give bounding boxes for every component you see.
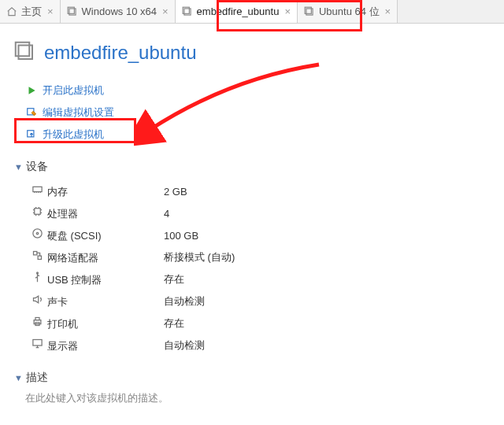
- caret-down-icon: ▼: [14, 373, 23, 382]
- svg-point-12: [32, 229, 41, 238]
- close-icon[interactable]: ×: [46, 6, 55, 17]
- devices-section: ▼ 设备 内存 2 GB 处理器 4 硬盘 (SCSI) 100 GB 网络适配…: [14, 160, 501, 357]
- svg-rect-14: [33, 252, 36, 255]
- vm-actions: 开启此虚拟机 编辑虚拟机设置 升级此虚拟机: [24, 79, 504, 146]
- close-icon[interactable]: ×: [161, 6, 170, 17]
- device-value: 存在: [159, 268, 239, 290]
- vm-icon: [304, 6, 315, 17]
- table-row[interactable]: USB 控制器 存在: [25, 268, 239, 290]
- upgrade-action[interactable]: 升级此虚拟机: [24, 124, 504, 146]
- devices-header[interactable]: ▼ 设备: [14, 160, 501, 174]
- svg-rect-20: [32, 340, 41, 346]
- cpu-icon: [30, 205, 44, 217]
- tab-ubuntu64[interactable]: Ubuntu 64 位 ×: [298, 0, 398, 23]
- svg-rect-11: [34, 209, 40, 215]
- device-value: 自动检测: [159, 334, 239, 357]
- device-label: 网络适配器: [47, 252, 98, 264]
- memory-icon: [30, 183, 44, 195]
- table-row[interactable]: 网络适配器 桥接模式 (自动): [25, 246, 239, 268]
- action-label: 开启此虚拟机: [43, 83, 104, 98]
- svg-rect-10: [32, 187, 41, 191]
- disk-icon: [30, 227, 44, 239]
- network-icon: [30, 249, 44, 261]
- section-title: 描述: [26, 371, 48, 385]
- svg-rect-15: [38, 256, 41, 259]
- tab-home[interactable]: 主页 ×: [0, 0, 61, 23]
- device-label: 显示器: [47, 340, 78, 352]
- device-label: 处理器: [47, 208, 78, 220]
- usb-icon: [30, 272, 44, 283]
- tab-embedfire-ubuntu[interactable]: embedfire_ubuntu ×: [176, 0, 298, 23]
- device-value: 自动检测: [159, 290, 239, 312]
- page-title: embedfire_ubuntu: [44, 42, 196, 64]
- vm-icon: [182, 6, 193, 17]
- edit-settings-action[interactable]: 编辑虚拟机设置: [24, 102, 504, 124]
- device-label: 内存: [47, 186, 68, 198]
- upgrade-icon: [25, 129, 38, 140]
- close-icon[interactable]: ×: [283, 6, 292, 17]
- tab-label: Windows 10 x64: [82, 6, 157, 17]
- tab-label: embedfire_ubuntu: [197, 6, 280, 17]
- svg-rect-18: [35, 318, 39, 320]
- device-value: 桥接模式 (自动): [159, 246, 239, 268]
- table-row[interactable]: 打印机 存在: [25, 312, 239, 334]
- devices-table: 内存 2 GB 处理器 4 硬盘 (SCSI) 100 GB 网络适配器 桥接模…: [25, 180, 239, 357]
- svg-rect-7: [16, 42, 30, 57]
- edit-icon: [25, 107, 38, 118]
- tab-bar: 主页 × Windows 10 x64 × embedfire_ubuntu ×…: [0, 0, 504, 24]
- svg-rect-6: [19, 46, 33, 60]
- device-label: 打印机: [47, 318, 78, 330]
- description-section: ▼ 描述 在此处键入对该虚拟机的描述。: [14, 371, 501, 405]
- device-value: 2 GB: [159, 180, 239, 202]
- device-label: 声卡: [47, 296, 68, 308]
- display-icon: [30, 338, 44, 349]
- section-title: 设备: [26, 160, 48, 174]
- table-row[interactable]: 显示器 自动检测: [25, 334, 239, 357]
- close-icon[interactable]: ×: [384, 6, 393, 17]
- play-icon: [25, 85, 38, 96]
- table-row[interactable]: 声卡 自动检测: [25, 290, 239, 312]
- device-label: 硬盘 (SCSI): [47, 230, 102, 242]
- table-row[interactable]: 处理器 4: [25, 202, 239, 224]
- vm-large-icon: [13, 39, 36, 65]
- description-placeholder[interactable]: 在此处键入对该虚拟机的描述。: [25, 391, 501, 405]
- action-label: 编辑虚拟机设置: [43, 105, 114, 120]
- device-value: 4: [159, 202, 239, 224]
- sound-icon: [30, 294, 44, 305]
- title-row: embedfire_ubuntu: [13, 39, 504, 65]
- power-on-action[interactable]: 开启此虚拟机: [24, 79, 504, 102]
- vm-icon: [67, 6, 78, 17]
- device-value: 存在: [159, 312, 239, 334]
- device-label: USB 控制器: [47, 274, 102, 286]
- printer-icon: [30, 316, 44, 327]
- caret-down-icon: ▼: [14, 162, 23, 172]
- vm-summary-page: embedfire_ubuntu 开启此虚拟机 编辑虚拟机设置 升级此虚拟机: [0, 24, 504, 405]
- description-header[interactable]: ▼ 描述: [14, 371, 501, 385]
- tab-label: 主页: [21, 5, 42, 19]
- device-value: 100 GB: [159, 224, 239, 246]
- home-icon: [6, 6, 17, 17]
- table-row[interactable]: 硬盘 (SCSI) 100 GB: [25, 224, 239, 246]
- tab-windows10[interactable]: Windows 10 x64 ×: [61, 0, 176, 23]
- action-label: 升级此虚拟机: [43, 127, 104, 142]
- svg-point-13: [36, 232, 39, 235]
- table-row[interactable]: 内存 2 GB: [25, 180, 239, 202]
- tab-label: Ubuntu 64 位: [319, 5, 380, 19]
